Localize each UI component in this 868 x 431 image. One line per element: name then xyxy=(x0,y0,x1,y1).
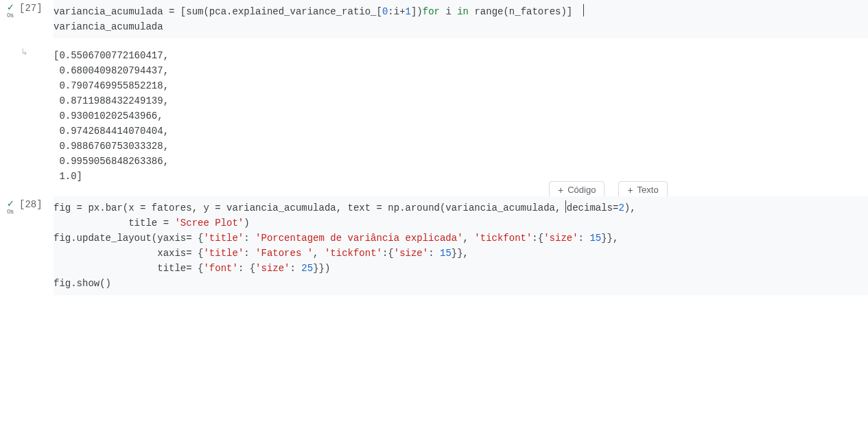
exec-status: ✓ 0s xyxy=(4,199,16,215)
output-gutter: ↳ xyxy=(0,44,54,57)
cell-gutter: ✓ 0s [27] xyxy=(0,0,54,19)
code-cell-28: ✓ 0s [28] fig = px.bar(x = fatores, y = … xyxy=(0,196,868,295)
exec-count: [27] xyxy=(18,3,43,14)
exec-timing: 0s xyxy=(7,12,14,19)
code-cell-27: ✓ 0s [27] variancia_acumulada = [sum(pca… xyxy=(0,0,868,38)
output-arrow-icon: ↳ xyxy=(18,47,30,57)
plus-icon: + xyxy=(627,185,633,195)
code-output-27: [0.5506700772160417, 0.6800409820794437,… xyxy=(54,44,868,188)
exec-status: ✓ 0s xyxy=(4,3,16,19)
add-text-label: Texto xyxy=(637,185,659,195)
output-cell-27: ↳ [0.5506700772160417, 0.680040982079443… xyxy=(0,44,868,188)
code-input-27[interactable]: variancia_acumulada = [sum(pca.explained… xyxy=(54,0,868,38)
add-code-label: Código xyxy=(567,185,596,195)
text-cursor xyxy=(583,4,584,16)
check-icon: ✓ xyxy=(7,3,14,12)
cell-gutter: ✓ 0s [28] xyxy=(0,196,54,215)
exec-timing: 0s xyxy=(7,208,14,215)
plus-icon: + xyxy=(558,185,563,195)
text-cursor xyxy=(565,200,566,213)
code-input-28[interactable]: fig = px.bar(x = fatores, y = variancia_… xyxy=(54,196,868,295)
exec-count: [28] xyxy=(18,199,43,210)
insert-bar: + Código + Texto xyxy=(0,188,868,196)
check-icon: ✓ xyxy=(7,199,14,209)
